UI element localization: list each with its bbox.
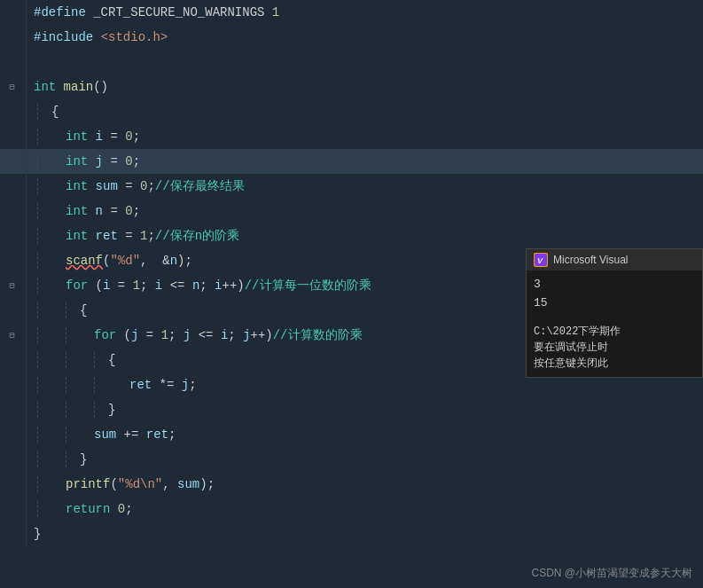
output-path: C:\2022下学期作 要在调试停止时 按任意键关闭此 — [534, 324, 695, 372]
content-4: int main() — [27, 80, 703, 94]
token-for2semi: ; — [168, 328, 184, 342]
token-int: int — [34, 80, 64, 94]
token-0: 0 — [125, 129, 132, 144]
gutter-2 — [0, 25, 27, 50]
token-leq2: <= — [191, 328, 221, 342]
gutter-18 — [0, 422, 27, 447]
gutter-21 — [0, 497, 27, 521]
token-pp3: ( — [110, 477, 117, 491]
token-amp: & — [162, 254, 169, 268]
gutter-16 — [0, 372, 27, 397]
token-define: #define — [34, 5, 93, 20]
token-ret: ret — [96, 229, 118, 243]
token-forparen1: ( — [96, 278, 103, 293]
output-line-2: 15 — [534, 294, 695, 313]
gutter-7 — [0, 149, 27, 174]
vs-icon: V — [534, 253, 548, 267]
gutter-12: ⊟ — [0, 273, 27, 298]
token-for2: for — [94, 328, 124, 342]
gutter-5 — [0, 99, 27, 124]
code-editor: #define _CRT_SECURE_NO_WARNINGS 1 #inclu… — [0, 0, 703, 588]
token-comment3: //计算每一位数的阶乘 — [245, 278, 371, 294]
token-eq: = — [103, 129, 125, 144]
token-pp2: ++) — [251, 328, 273, 342]
token-val: 1 — [272, 5, 279, 20]
token-int-ret: int — [66, 229, 96, 243]
token-for1eq: = — [110, 278, 132, 293]
gutter-20 — [0, 472, 27, 497]
token-brace6: } — [34, 527, 41, 541]
gutter-13 — [0, 298, 27, 323]
token-semi3: ; — [147, 179, 154, 193]
token-path: <stdio.h> — [101, 30, 168, 44]
token-ivar4: i — [221, 328, 228, 342]
content-10: int ret = 1;//保存n的阶乘 — [27, 228, 703, 244]
token-fmt: "%d" — [110, 254, 140, 268]
token-semi9: ; — [168, 427, 176, 442]
gutter-3 — [0, 50, 27, 74]
token-for1semi: ; — [140, 278, 155, 293]
line-20: printf("%d\n", sum); — [0, 472, 703, 497]
gutter-11 — [0, 248, 27, 273]
token-int-sum: int — [66, 179, 96, 193]
token-pp4: ); — [199, 477, 215, 491]
token-for1num: 1 — [133, 278, 140, 293]
output-path-2: 要在调试停止时 — [534, 340, 695, 356]
token-1: 1 — [140, 229, 147, 243]
token-comma: , — [140, 254, 162, 268]
line-19: } — [0, 447, 703, 472]
content-9: int n = 0; — [27, 203, 703, 219]
token-ret2: ret — [129, 378, 152, 392]
token-parens: () — [93, 80, 108, 94]
token-semi5: ; — [147, 229, 154, 243]
token-main: main — [64, 80, 94, 94]
gutter-8 — [0, 174, 27, 199]
content-1: #define _CRT_SECURE_NO_WARNINGS 1 — [27, 5, 703, 20]
line-7: int j = 0; — [0, 149, 703, 174]
content-19: } — [27, 451, 703, 467]
line-5: { — [0, 99, 703, 124]
token-multeq: *= — [152, 378, 182, 392]
content-6: int i = 0; — [27, 129, 703, 145]
token-i: i — [96, 129, 103, 144]
fold-btn-12[interactable]: ⊟ — [6, 279, 19, 292]
line-17: } — [0, 397, 703, 422]
token-ivar2: i — [155, 278, 162, 293]
line-21: return 0; — [0, 497, 703, 521]
token-0d: 0 — [125, 204, 132, 218]
output-popup: V Microsoft Visual 3 15 C:\2022下学期作 要在调试… — [526, 248, 703, 378]
output-line-3 — [534, 313, 695, 320]
token-int-j: int — [66, 154, 96, 169]
token-nvar: n — [170, 254, 177, 268]
content-22: } — [27, 527, 703, 541]
token-sum2: sum — [94, 427, 116, 442]
gutter-1 — [0, 0, 27, 25]
fold-btn-4[interactable]: ⊟ — [6, 81, 19, 93]
token-eq5: = — [118, 229, 140, 243]
gutter-9 — [0, 199, 27, 223]
token-jvar: j — [131, 328, 138, 342]
line-8: int sum = 0;//保存最终结果 — [0, 174, 703, 199]
gutter-6 — [0, 124, 27, 149]
token-j: j — [96, 154, 103, 169]
gutter-22 — [0, 521, 27, 546]
fold-btn-14[interactable]: ⊟ — [6, 329, 19, 341]
gutter-4: ⊟ — [0, 74, 27, 99]
watermark: CSDN @小树苗渴望变成参天大树 — [531, 566, 692, 581]
token-ivar3: i — [215, 278, 222, 293]
output-line-1: 3 — [534, 276, 695, 294]
token-jvar4: j — [182, 378, 189, 392]
token-fmt2: "%d\n" — [118, 477, 162, 491]
token-semi4: ; — [133, 204, 140, 218]
content-18: sum += ret; — [27, 427, 703, 443]
token-int-n: int — [66, 204, 96, 218]
content-5: { — [27, 104, 703, 120]
token-n: n — [96, 204, 103, 218]
token-comment2: //保存n的阶乘 — [155, 228, 239, 244]
content-7: int j = 0; — [27, 153, 703, 169]
token-semi10: ; — [125, 502, 132, 516]
gutter-15 — [0, 348, 27, 372]
content-21: return 0; — [27, 501, 703, 517]
line-22: } — [0, 521, 703, 546]
gutter-17 — [0, 397, 27, 422]
